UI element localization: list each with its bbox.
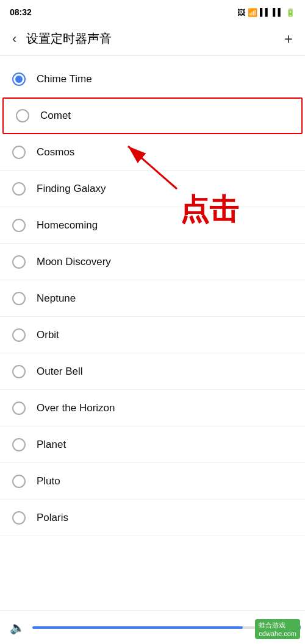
radio-chime-time[interactable] xyxy=(12,73,26,86)
radio-moon-discovery[interactable] xyxy=(12,255,26,269)
label-polaris: Polaris xyxy=(37,512,68,524)
signal-icon-2: ▌▌ xyxy=(273,8,283,16)
radio-neptune[interactable] xyxy=(12,292,26,305)
back-button[interactable]: ‹ xyxy=(10,29,19,49)
ringtone-list: Chime TimeCometCosmosFinding GalaxyHomec… xyxy=(0,56,305,541)
radio-over-the-horizon[interactable] xyxy=(12,402,26,415)
radio-polaris[interactable] xyxy=(12,511,26,525)
list-item-finding-galaxy[interactable]: Finding Galaxy xyxy=(0,171,305,207)
list-item-homecoming[interactable]: Homecoming xyxy=(0,207,305,244)
label-orbit: Orbit xyxy=(37,329,59,341)
signal-icon-1: ▌▌ xyxy=(260,8,270,16)
radio-finding-galaxy[interactable] xyxy=(12,182,26,196)
page-title: 设置定时器声音 xyxy=(26,30,112,47)
list-item-outer-bell[interactable]: Outer Bell xyxy=(0,353,305,390)
list-item-chime-time[interactable]: Chime Time xyxy=(0,61,305,97)
list-item-over-the-horizon[interactable]: Over the Horizon xyxy=(0,390,305,426)
volume-slider-fill xyxy=(32,626,243,629)
label-cosmos: Cosmos xyxy=(37,146,74,158)
radio-comet[interactable] xyxy=(16,109,29,122)
label-over-the-horizon: Over the Horizon xyxy=(37,402,115,414)
list-item-cosmos[interactable]: Cosmos xyxy=(0,134,305,171)
volume-bar: 🔈 xyxy=(0,610,305,644)
label-pluto: Pluto xyxy=(37,475,60,487)
volume-slider-thumb xyxy=(290,622,301,633)
status-bar: 08:32 🖼 📶 ▌▌ ▌▌ 🔋 xyxy=(0,0,305,22)
list-item-neptune[interactable]: Neptune xyxy=(0,280,305,317)
label-outer-bell: Outer Bell xyxy=(37,366,83,378)
label-planet: Planet xyxy=(37,439,66,451)
status-icons: 🖼 📶 ▌▌ ▌▌ 🔋 xyxy=(237,8,295,17)
list-item-polaris[interactable]: Polaris xyxy=(0,500,305,536)
label-homecoming: Homecoming xyxy=(37,219,98,232)
screenshot-icon: 🖼 xyxy=(237,8,245,17)
list-item-orbit[interactable]: Orbit xyxy=(0,317,305,353)
add-button[interactable]: + xyxy=(282,28,295,50)
radio-planet[interactable] xyxy=(12,438,26,451)
wifi-icon: 📶 xyxy=(248,8,257,17)
label-comet: Comet xyxy=(40,110,71,122)
radio-pluto[interactable] xyxy=(12,475,26,488)
radio-orbit[interactable] xyxy=(12,328,26,342)
list-item-comet[interactable]: Comet xyxy=(2,97,303,134)
list-item-moon-discovery[interactable]: Moon Discovery xyxy=(0,244,305,280)
volume-slider-track[interactable] xyxy=(32,626,295,629)
battery-icon: 🔋 xyxy=(285,8,295,17)
label-finding-galaxy: Finding Galaxy xyxy=(37,183,106,195)
back-icon: ‹ xyxy=(12,31,16,46)
list-item-planet[interactable]: Planet xyxy=(0,426,305,463)
label-chime-time: Chime Time xyxy=(37,73,92,85)
header-left: ‹ 设置定时器声音 xyxy=(10,29,112,49)
label-neptune: Neptune xyxy=(37,292,76,305)
status-time: 08:32 xyxy=(10,7,32,17)
radio-homecoming[interactable] xyxy=(12,219,26,232)
add-icon: + xyxy=(284,30,293,47)
list-item-pluto[interactable]: Pluto xyxy=(0,463,305,500)
radio-cosmos[interactable] xyxy=(12,146,26,159)
label-moon-discovery: Moon Discovery xyxy=(37,256,111,268)
volume-icon: 🔈 xyxy=(10,620,25,635)
app-header: ‹ 设置定时器声音 + xyxy=(0,22,305,56)
radio-outer-bell[interactable] xyxy=(12,365,26,378)
